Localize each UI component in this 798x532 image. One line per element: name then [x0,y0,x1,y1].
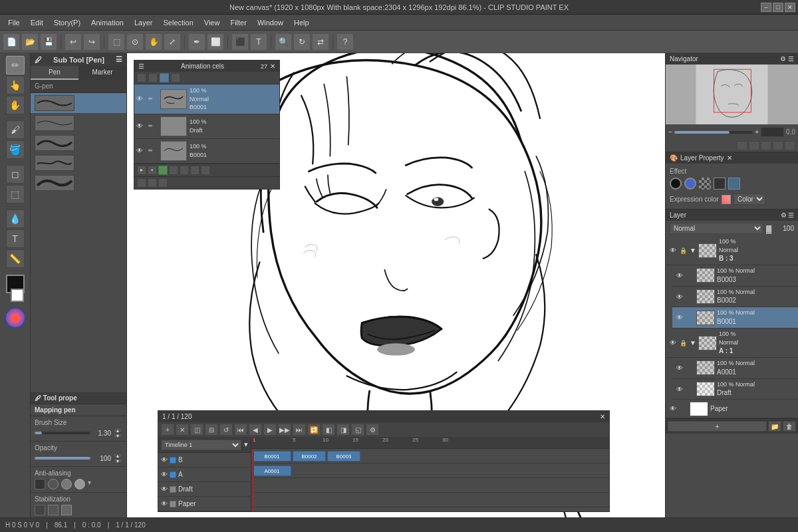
aa-strong[interactable] [74,479,85,489]
canvas-area[interactable]: ☰ Animation cels 27 ✕ 👁 ✏ [127,53,665,532]
brush-size-slider[interactable] [35,432,90,434]
menu-layer[interactable]: Layer [129,17,158,28]
anim-cels-close[interactable]: ✕ [270,63,275,70]
nav-zoom-out[interactable]: − [668,128,672,136]
tl-cel-b0003[interactable]: B0003 [327,451,360,462]
tl-del-cel[interactable]: ⊟ [205,424,218,436]
brush-item-real[interactable] [31,153,126,173]
stab-medium[interactable] [61,505,72,515]
nav-btn-3[interactable] [761,141,771,150]
nav-settings-icon[interactable]: ⚙ [780,55,786,63]
tl-name-b[interactable]: B [178,456,248,464]
eyedropper-tool[interactable]: 💧 [6,209,25,228]
lasso-button[interactable]: ⊙ [126,33,144,51]
tl-add-cel[interactable]: ◫ [190,424,203,436]
menu-filter[interactable]: Filter [225,17,251,28]
anim-bottom-5[interactable] [180,166,189,175]
layer-eye-a[interactable]: 👁 [668,338,678,348]
cel-eye-1[interactable]: 👁 [136,95,146,102]
help-icon-button[interactable]: ? [336,33,354,51]
text-button[interactable]: T [250,33,267,51]
opacity-up[interactable]: ▲ [113,453,122,458]
anim-bottom-b3[interactable] [158,178,168,188]
layer-item-a0001[interactable]: 👁 100 % Normal A0001 [672,358,798,379]
cel-eye-3[interactable]: 👁 [136,147,146,154]
layer-eye-b0001[interactable]: 👁 [675,313,684,323]
anim-bottom-b1[interactable] [137,178,146,188]
tl-add-track[interactable]: ▾ [244,440,248,449]
menu-story[interactable]: Story(P) [49,17,86,28]
aa-medium[interactable] [61,479,72,489]
pen-tool[interactable]: ✏ [6,56,25,74]
zoom-button[interactable]: 🔍 [275,33,292,51]
nav-menu-icon[interactable]: ☰ [788,55,794,63]
minimize-button[interactable]: – [761,3,771,12]
menu-window[interactable]: Window [252,17,289,28]
layer-folder-btn[interactable]: 📁 [768,421,781,432]
menu-animation[interactable]: Animation [86,17,129,28]
layer-lock-b[interactable]: 🔒 [680,247,688,254]
brush-item-gpen[interactable] [31,93,126,113]
anim-cel-row-draft[interactable]: 👁 ✏ 100 % Draft [134,114,279,139]
tl-name-paper[interactable]: Paper [178,500,248,507]
open-button[interactable]: 📂 [21,33,39,51]
color-wheel-mini[interactable] [6,309,25,327]
layer-eye-b0002[interactable]: 👁 [675,292,684,301]
folder-arrow-a[interactable]: ▼ [690,339,696,346]
layer-eye-paper[interactable]: 👁 [668,404,678,414]
tl-cel-b0001[interactable]: B0001 [253,451,291,462]
tl-next[interactable]: ▶▶ [278,424,291,436]
effect-grid[interactable] [699,178,711,190]
flip-button[interactable]: ⇄ [312,33,329,51]
new-button[interactable]: 📄 [3,33,20,51]
layer-lock-a[interactable]: 🔒 [680,340,688,346]
tl-last[interactable]: ⏭ [293,424,306,436]
tl-name-draft[interactable]: Draft [178,485,248,493]
stab-weak[interactable] [48,505,59,515]
layer-settings-icon[interactable]: ⚙ [781,211,787,219]
layer-blend-select[interactable]: Normal [670,223,763,234]
menu-edit[interactable]: Edit [25,17,49,28]
redo-button[interactable]: ↪ [83,33,100,51]
tl-cel-a0001[interactable]: A0001 [253,466,291,476]
move-button[interactable]: ✋ [145,33,162,51]
tl-track-select[interactable]: Timeline 1 [161,440,241,450]
nav-zoom-in[interactable]: + [755,128,759,136]
stab-none[interactable] [35,505,45,515]
color-swatch[interactable] [722,195,731,204]
layer-menu-icon[interactable]: ☰ [788,211,794,219]
anim-bottom-4[interactable] [169,166,178,175]
anim-bottom-3[interactable] [158,166,168,175]
nav-preview[interactable] [666,65,798,124]
layer-prop-close[interactable]: ✕ [727,154,732,162]
fill-tool[interactable]: 🪣 [6,140,25,159]
brush-item-mapping[interactable] [31,113,126,133]
layer-item-b0002[interactable]: 👁 100 % Normal B0002 [672,287,798,308]
layer-item-b0003[interactable]: 👁 100 % Normal B0003 [672,265,798,287]
anim-bottom-2[interactable]: ▪ [148,166,157,175]
undo-button[interactable]: ↩ [65,33,82,51]
layer-eye-a0001[interactable]: 👁 [675,363,684,372]
layer-del-btn[interactable]: 🗑 [783,421,796,432]
move-tool[interactable]: ✋ [6,96,25,114]
anim-bottom-7[interactable] [201,166,210,175]
layer-eye-b0003[interactable]: 👁 [675,271,684,280]
tl-onion1[interactable]: ◧ [322,424,335,436]
layer-eye-draft[interactable]: 👁 [675,384,684,394]
effect-circle-blue[interactable] [684,178,696,190]
tl-eye-a[interactable]: 👁 [161,471,168,478]
tl-eye-draft[interactable]: 👁 [161,485,168,493]
expression-select[interactable]: Color [733,194,765,205]
fill-button[interactable]: ⬛ [231,33,249,51]
tl-first[interactable]: ⏮ [234,424,247,436]
tl-onion2[interactable]: ◨ [336,424,350,436]
menu-view[interactable]: View [199,17,225,28]
eraser-button[interactable]: ⬜ [207,33,224,51]
nav-zoom-input[interactable]: 86.1 [761,127,784,137]
nav-btn-2[interactable] [749,141,759,150]
brush-tool[interactable]: 🖌 [6,120,25,139]
tl-eye-paper[interactable]: 👁 [161,500,168,507]
sub-tool-menu-icon[interactable]: ☰ [116,55,122,64]
rotate-button[interactable]: ↻ [293,33,311,51]
nav-btn-1[interactable] [737,141,747,150]
